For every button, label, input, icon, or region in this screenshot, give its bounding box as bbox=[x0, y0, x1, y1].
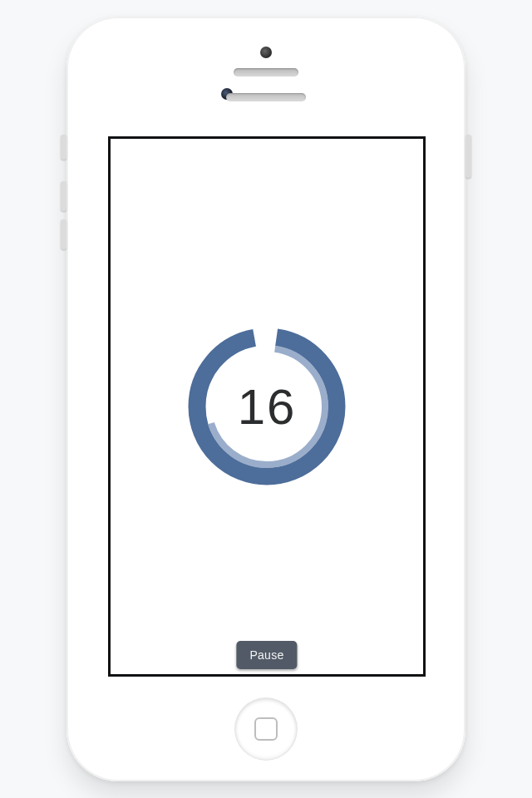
stage: 16 Pause bbox=[0, 0, 532, 798]
phone-frame: 16 Pause bbox=[66, 17, 466, 781]
mute-switch[interactable] bbox=[61, 135, 66, 160]
power-button[interactable] bbox=[466, 135, 471, 178]
earpiece-icon bbox=[234, 68, 298, 76]
proximity-sensor-icon bbox=[260, 47, 272, 58]
app-screen: 16 Pause bbox=[108, 136, 426, 677]
home-button[interactable] bbox=[235, 698, 297, 760]
volume-down-button[interactable] bbox=[61, 219, 66, 249]
countdown-seconds: 16 bbox=[186, 326, 347, 487]
pause-button[interactable]: Pause bbox=[236, 641, 297, 669]
speaker-slot-icon bbox=[226, 93, 306, 101]
countdown-ring: 16 bbox=[186, 326, 347, 487]
volume-up-button[interactable] bbox=[61, 181, 66, 211]
